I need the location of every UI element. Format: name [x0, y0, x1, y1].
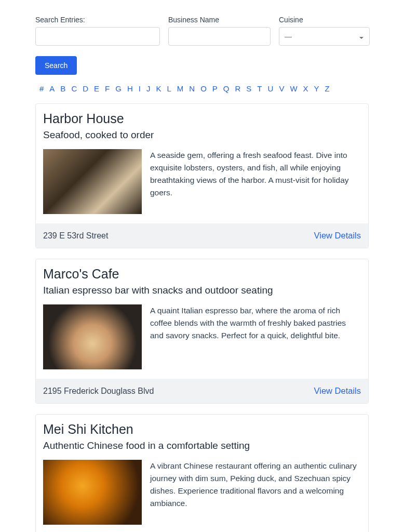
alpha-link-n[interactable]: N	[189, 84, 195, 93]
listing-footer: 239 E 53rd StreetView Details	[36, 223, 368, 248]
business-name-field: Business Name	[168, 16, 271, 46]
listing-image	[43, 304, 142, 369]
alpha-link-e[interactable]: E	[94, 84, 99, 93]
listing-image	[43, 149, 142, 214]
chevron-down-icon	[359, 34, 364, 39]
alpha-link-s[interactable]: S	[246, 84, 251, 93]
cuisine-field: Cuisine —	[279, 16, 370, 46]
listing-content: A quaint Italian espresso bar, where the…	[43, 304, 361, 369]
listing-body: Marco's CafeItalian espresso bar with sn…	[36, 259, 368, 379]
alpha-link-q[interactable]: Q	[223, 84, 230, 93]
listing-card: Mei Shi KitchenAuthentic Chinese food in…	[35, 414, 369, 532]
business-name-input[interactable]	[168, 27, 271, 46]
search-form: Search Entries: Business Name Cuisine —	[35, 16, 369, 46]
listing-tagline: Authentic Chinese food in a comfortable …	[43, 440, 361, 451]
alpha-link-r[interactable]: R	[235, 84, 241, 93]
alpha-link-v[interactable]: V	[279, 84, 284, 93]
business-name-label: Business Name	[168, 16, 271, 24]
listing-footer: 2195 Frederick Douglass BlvdView Details	[36, 379, 368, 403]
alpha-link-g[interactable]: G	[115, 84, 122, 93]
alpha-link-u[interactable]: U	[268, 84, 274, 93]
alpha-link-j[interactable]: J	[146, 84, 151, 93]
listing-description: A quaint Italian espresso bar, where the…	[150, 304, 361, 369]
listing-description: A seaside gem, offering a fresh seafood …	[150, 149, 361, 214]
listing-title: Harbor House	[43, 111, 361, 126]
alpha-link-t[interactable]: T	[257, 84, 262, 93]
search-entries-field: Search Entries:	[35, 16, 160, 46]
listings-container: Harbor HouseSeafood, cooked to orderA se…	[35, 103, 369, 532]
cuisine-label: Cuisine	[279, 16, 370, 24]
listing-tagline: Seafood, cooked to order	[43, 129, 361, 141]
listing-title: Marco's Cafe	[43, 267, 361, 282]
alpha-link-z[interactable]: Z	[325, 84, 330, 93]
listing-address: 239 E 53rd Street	[43, 231, 108, 241]
alpha-link-k[interactable]: K	[156, 84, 161, 93]
alpha-link-p[interactable]: P	[212, 84, 218, 93]
alphabet-nav: #ABCDEFGHIJKLMNOPQRSTUVWXYZ	[35, 84, 369, 93]
listing-description: A vibrant Chinese restaurant offering an…	[150, 460, 361, 525]
listing-content: A vibrant Chinese restaurant offering an…	[43, 460, 361, 525]
listing-tagline: Italian espresso bar with snacks and out…	[43, 285, 361, 296]
cuisine-select[interactable]: —	[279, 27, 370, 46]
alpha-link-d[interactable]: D	[83, 84, 88, 93]
search-button[interactable]: Search	[35, 56, 77, 75]
listing-card: Marco's CafeItalian espresso bar with sn…	[35, 259, 369, 404]
alpha-link-w[interactable]: W	[290, 84, 297, 93]
view-details-link[interactable]: View Details	[314, 386, 361, 396]
alpha-link-c[interactable]: C	[71, 84, 77, 93]
alpha-link-b[interactable]: B	[60, 84, 65, 93]
cuisine-selected-value: —	[285, 32, 292, 41]
alpha-link-l[interactable]: L	[167, 84, 171, 93]
alpha-link-m[interactable]: M	[177, 84, 184, 93]
alpha-link-hash[interactable]: #	[39, 84, 44, 93]
alpha-link-o[interactable]: O	[200, 84, 207, 93]
search-entries-input[interactable]	[35, 27, 160, 46]
listing-title: Mei Shi Kitchen	[43, 422, 361, 437]
listing-image	[43, 460, 142, 525]
listing-address: 2195 Frederick Douglass Blvd	[43, 387, 154, 396]
view-details-link[interactable]: View Details	[314, 231, 361, 241]
listing-content: A seaside gem, offering a fresh seafood …	[43, 149, 361, 214]
alpha-link-a[interactable]: A	[49, 84, 55, 93]
listing-body: Harbor HouseSeafood, cooked to orderA se…	[36, 104, 368, 223]
alpha-link-h[interactable]: H	[127, 84, 133, 93]
listing-card: Harbor HouseSeafood, cooked to orderA se…	[35, 103, 369, 248]
alpha-link-x[interactable]: X	[303, 84, 308, 93]
listing-body: Mei Shi KitchenAuthentic Chinese food in…	[36, 415, 368, 532]
alpha-link-i[interactable]: I	[139, 84, 141, 93]
alpha-link-y[interactable]: Y	[314, 84, 319, 93]
alpha-link-f[interactable]: F	[105, 84, 110, 93]
search-entries-label: Search Entries:	[35, 16, 160, 24]
